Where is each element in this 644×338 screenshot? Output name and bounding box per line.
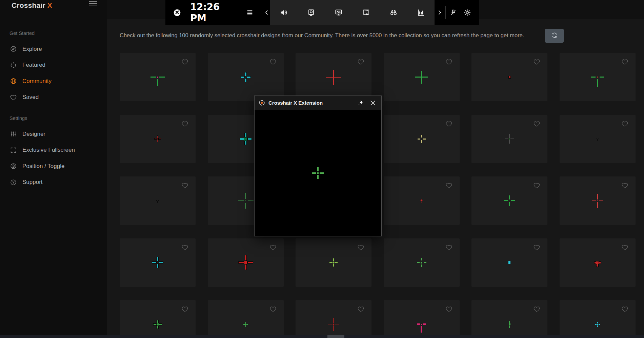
hamburger-icon[interactable] [89, 0, 97, 6]
game-bar-clock[interactable]: 12:26 PM [190, 1, 236, 24]
favorite-heart-icon[interactable] [181, 120, 188, 127]
crosshair-card-r5c5[interactable] [471, 300, 547, 338]
favorite-heart-icon[interactable] [181, 182, 188, 189]
favorite-heart-icon[interactable] [445, 182, 452, 189]
crosshair-card-r4c1[interactable] [120, 238, 196, 287]
crosshair-card-r2c1[interactable] [120, 115, 196, 163]
favorite-heart-icon[interactable] [445, 58, 452, 65]
favorite-heart-icon[interactable] [445, 305, 452, 313]
crosshair-card-r4c3[interactable] [296, 238, 371, 287]
favorite-heart-icon[interactable] [269, 244, 277, 251]
favorite-heart-icon[interactable] [357, 58, 364, 65]
favorite-heart-icon[interactable] [533, 182, 540, 189]
game-bar-divider [445, 6, 446, 19]
crosshairx-logo-icon [259, 100, 265, 106]
refresh-icon [551, 31, 558, 40]
favorite-heart-icon[interactable] [445, 120, 452, 127]
crosshair-card-r4c4[interactable] [384, 238, 460, 287]
sidebar-item-saved[interactable]: Saved [0, 89, 107, 105]
crosshair-card-r1c5[interactable] [471, 53, 547, 101]
favorite-heart-icon[interactable] [621, 120, 628, 127]
fullscreen-icon [10, 147, 17, 154]
crosshair-card-r2c4[interactable] [384, 115, 460, 163]
xbox-game-bar: 12:26 PM [165, 0, 479, 25]
sidebar: CrosshairX Get StartedExploreFeaturedCom… [0, 0, 107, 338]
sidebar-item-position-toggle[interactable]: Position / Toggle [0, 158, 107, 174]
app-logo: CrosshairX [12, 1, 52, 9]
favorite-heart-icon[interactable] [621, 305, 628, 313]
xbox-logo-icon[interactable] [173, 8, 181, 17]
favorite-heart-icon[interactable] [533, 120, 540, 127]
crosshair-card-r4c5[interactable] [471, 238, 547, 287]
favorite-heart-icon[interactable] [621, 58, 628, 65]
favorite-heart-icon[interactable] [269, 58, 277, 65]
broadcast-icon[interactable] [307, 8, 316, 17]
pin-icon[interactable] [356, 99, 364, 107]
performance-icon[interactable] [334, 8, 343, 17]
unpin-icon[interactable] [449, 8, 457, 17]
crosshair-card-r1c6[interactable] [560, 53, 636, 101]
crosshair-card-r1c3[interactable] [296, 53, 371, 101]
sliders-icon [10, 130, 17, 138]
globe-icon [10, 78, 17, 85]
scrollbar-thumb[interactable] [327, 335, 344, 338]
help-icon [10, 179, 17, 186]
target-icon [10, 163, 17, 170]
sidebar-item-label: Exclusive Fullscreen [22, 147, 75, 153]
sidebar-item-support[interactable]: Support [0, 174, 107, 190]
favorite-heart-icon[interactable] [621, 182, 628, 189]
chevron-right-icon[interactable] [437, 9, 443, 16]
favorite-heart-icon[interactable] [533, 305, 540, 313]
crosshair-card-r2c6[interactable] [560, 115, 636, 163]
crosshair-card-r4c6[interactable] [560, 238, 636, 287]
resources-icon[interactable] [417, 8, 425, 17]
crosshair-card-r3c4[interactable] [384, 176, 460, 225]
looking-for-group-icon[interactable] [389, 8, 398, 17]
crosshair-card-r5c2[interactable] [208, 300, 284, 338]
crosshair-card-r3c5[interactable] [471, 176, 547, 225]
favorite-heart-icon[interactable] [357, 305, 364, 313]
chevron-left-icon[interactable] [264, 9, 270, 16]
favorite-heart-icon[interactable] [181, 244, 188, 251]
favorite-heart-icon[interactable] [621, 244, 628, 251]
extension-window[interactable]: Crosshair X Extension [254, 96, 382, 236]
sidebar-item-label: Support [22, 179, 43, 186]
favorite-heart-icon[interactable] [357, 244, 364, 251]
close-icon[interactable] [369, 99, 377, 107]
audio-icon[interactable] [279, 8, 288, 17]
refresh-button[interactable] [545, 29, 564, 43]
settings-gear-icon[interactable] [463, 8, 471, 17]
crosshair-card-r3c6[interactable] [560, 176, 636, 225]
crosshair-card-r4c2[interactable] [208, 238, 284, 287]
widgets-icon[interactable] [246, 9, 254, 16]
crosshair-card-r1c2[interactable] [208, 53, 284, 101]
sidebar-item-explore[interactable]: Explore [0, 41, 107, 57]
favorite-heart-icon[interactable] [181, 305, 188, 313]
extension-titlebar[interactable]: Crosshair X Extension [255, 96, 381, 110]
favorite-heart-icon[interactable] [445, 244, 452, 251]
app-logo-text: Crosshair [12, 1, 45, 9]
sidebar-item-designer[interactable]: Designer [0, 126, 107, 142]
sidebar-section-label: Get Started [9, 30, 35, 36]
favorite-heart-icon[interactable] [533, 58, 540, 65]
favorite-heart-icon[interactable] [269, 305, 277, 313]
crosshair-card-r5c3[interactable] [296, 300, 371, 338]
crosshair-card-r5c4[interactable] [384, 300, 460, 338]
crosshair-card-r3c1[interactable] [120, 176, 196, 225]
game-bar-left-section: 12:26 PM [165, 0, 270, 25]
gallery-icon[interactable] [362, 8, 370, 17]
favorite-heart-icon[interactable] [533, 244, 540, 251]
community-description: Check out the following 100 randomly sel… [120, 32, 543, 39]
sidebar-item-label: Explore [22, 46, 42, 52]
sidebar-item-label: Community [22, 78, 52, 85]
crosshair-card-r5c6[interactable] [560, 300, 636, 338]
sidebar-item-community[interactable]: Community [0, 73, 107, 89]
sidebar-item-exclusive-fullscreen[interactable]: Exclusive Fullscreen [0, 142, 107, 158]
crosshair-card-r5c1[interactable] [120, 300, 196, 338]
crosshair-card-r2c5[interactable] [471, 115, 547, 163]
crosshair-card-r1c1[interactable] [120, 53, 196, 101]
sidebar-item-featured[interactable]: Featured [0, 57, 107, 73]
crosshair-card-r1c4[interactable] [384, 53, 460, 101]
favorite-heart-icon[interactable] [181, 58, 188, 65]
sidebar-item-label: Featured [22, 62, 45, 68]
